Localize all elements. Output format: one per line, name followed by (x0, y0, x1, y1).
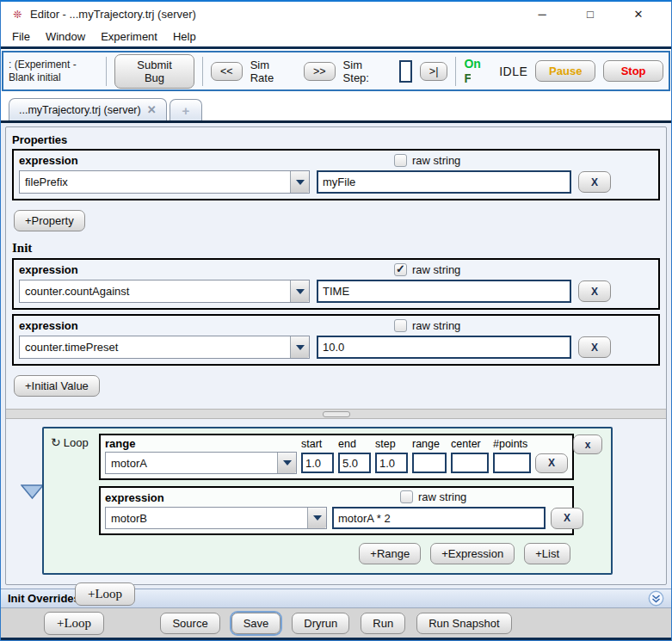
expression-type-label: expression (105, 491, 164, 504)
init-heading: Init (12, 241, 660, 256)
add-tab-button[interactable]: + (170, 99, 203, 120)
properties-heading: Properties (12, 133, 660, 146)
maximize-icon[interactable]: □ (583, 8, 597, 22)
expression-controls: filePrefix X (19, 170, 653, 194)
app-icon: ❊ (9, 9, 25, 21)
stop-button[interactable]: Stop (603, 60, 663, 82)
dropdown-button[interactable] (290, 336, 309, 358)
raw-string-label: raw string (418, 490, 466, 503)
pause-button[interactable]: Pause (535, 60, 595, 82)
range-header-end: end (338, 438, 371, 450)
add-property-button[interactable]: +Property (14, 210, 85, 231)
chevron-down-icon (296, 345, 305, 350)
expression-controls: counter.countAgainst X (19, 280, 653, 303)
tab-bar: ...myTrajectory.trj (server) ✕ + (1, 94, 671, 123)
dropdown-button[interactable] (290, 280, 309, 302)
toolbar-separator (106, 57, 107, 86)
sim-step-input[interactable] (399, 60, 412, 83)
remove-row-button[interactable]: X (578, 280, 611, 302)
raw-string-label: raw string (412, 154, 460, 167)
sim-rate-label: Sim Rate (250, 59, 296, 84)
loop-content: range start end step range center #point… (99, 434, 574, 564)
remove-expression-button[interactable]: X (551, 508, 583, 529)
target-dropdown[interactable]: counter.timePreset (19, 336, 310, 359)
remove-range-button[interactable]: X (535, 453, 568, 473)
collapse-triangle-icon[interactable] (21, 484, 44, 500)
remove-row-button[interactable]: X (578, 171, 611, 193)
add-loop-button[interactable]: +Loop (44, 612, 104, 635)
splitter-handle[interactable] (323, 411, 350, 417)
dropdown-button[interactable] (277, 453, 296, 473)
add-list-button[interactable]: +List (524, 543, 570, 564)
tab-close-icon[interactable]: ✕ (147, 103, 157, 116)
splitter[interactable] (6, 409, 666, 419)
target-dropdown[interactable]: counter.countAgainst (19, 280, 310, 303)
raw-string-checkbox[interactable]: ✓ (394, 154, 407, 167)
init-expression-panel: expression ✓ raw string counter.timePres… (12, 314, 660, 366)
raw-string-checkbox[interactable]: ✓ (400, 490, 413, 503)
expression-value-input[interactable] (317, 280, 571, 303)
expression-value-input[interactable] (332, 507, 546, 529)
step-once-button[interactable]: >| (420, 62, 448, 81)
range-end-input[interactable] (338, 453, 371, 473)
loop-icon: ↻ (51, 435, 61, 449)
raw-string-label: raw string (412, 263, 460, 276)
minimize-icon[interactable]: ─ (535, 8, 549, 22)
expression-target-dropdown[interactable]: motorB (105, 507, 327, 529)
menu-experiment[interactable]: Experiment (93, 28, 165, 46)
idle-status: IDLE (499, 65, 527, 78)
init-expression-panel: expression ✓ raw string counter.countAga… (12, 258, 660, 310)
expression-value-input[interactable] (317, 336, 571, 359)
add-expression-button[interactable]: +Expression (430, 543, 515, 564)
clipped-status-text: F (464, 71, 471, 85)
menu-file[interactable]: File (4, 28, 38, 46)
menu-help[interactable]: Help (165, 28, 204, 46)
chevron-down-icon (283, 460, 292, 465)
add-range-button[interactable]: +Range (359, 543, 421, 564)
dropdown-value: counter.countAgainst (20, 280, 290, 302)
dropdown-button[interactable] (307, 508, 326, 528)
property-expression-panel: expression ✓ raw string filePrefix X (12, 149, 660, 200)
range-center-input[interactable] (451, 453, 489, 473)
loop-panel: ↻Loop range start end step range center (42, 427, 613, 575)
window-controls: ─ □ ✕ (535, 8, 666, 22)
loop-add-buttons: +Range +Expression +List (99, 543, 574, 564)
toolbar: : (Experiment - Blank initial Submit Bug… (2, 51, 670, 91)
add-initial-value-button[interactable]: +Initial Value (14, 375, 100, 397)
toolbar-separator (455, 57, 456, 86)
toolbar-separator (202, 57, 203, 86)
range-range-input[interactable] (412, 453, 447, 473)
submit-bug-button[interactable]: Submit Bug (114, 54, 194, 89)
range-header-range: range (412, 438, 447, 450)
raw-string-label: raw string (412, 319, 460, 332)
range-points-input[interactable] (493, 453, 531, 473)
plus-icon: + (182, 103, 190, 118)
add-nested-loop-button[interactable]: +Loop (75, 582, 135, 606)
range-panel: range start end step range center #point… (99, 434, 574, 480)
close-icon[interactable]: ✕ (632, 8, 645, 22)
dropdown-value: motorA (106, 453, 277, 473)
loop-expression-panel: expression ✓ raw string motorB (99, 486, 574, 535)
raw-string-checkbox[interactable]: ✓ (394, 263, 407, 276)
remove-loop-button[interactable]: x (573, 435, 602, 454)
remove-row-button[interactable]: X (578, 336, 611, 358)
expression-type-label: expression (19, 263, 653, 276)
menu-bar: File Window Experiment Help (1, 27, 671, 49)
range-start-input[interactable] (301, 453, 334, 473)
range-step-input[interactable] (375, 453, 408, 473)
range-grid: range start end step range center #point… (105, 437, 568, 474)
tab-trajectory[interactable]: ...myTrajectory.trj (server) ✕ (9, 98, 167, 120)
sim-rate-up-button[interactable]: >> (304, 62, 336, 81)
target-dropdown[interactable]: filePrefix (19, 170, 310, 194)
checkmark-icon: ✓ (396, 263, 405, 274)
title-bar[interactable]: ❊ Editor - ...myTrajectory.trj (server) … (1, 2, 671, 27)
chevron-down-icon (313, 515, 322, 521)
range-target-dropdown[interactable]: motorA (105, 452, 297, 474)
expression-value-input[interactable] (317, 170, 571, 194)
raw-string-checkbox[interactable]: ✓ (394, 319, 407, 332)
sim-rate-down-button[interactable]: << (211, 62, 243, 81)
menu-window[interactable]: Window (38, 28, 93, 46)
range-header-start: start (301, 438, 334, 450)
dropdown-button[interactable] (290, 171, 309, 193)
editor-panel: Properties expression ✓ raw string fileP… (5, 126, 667, 585)
